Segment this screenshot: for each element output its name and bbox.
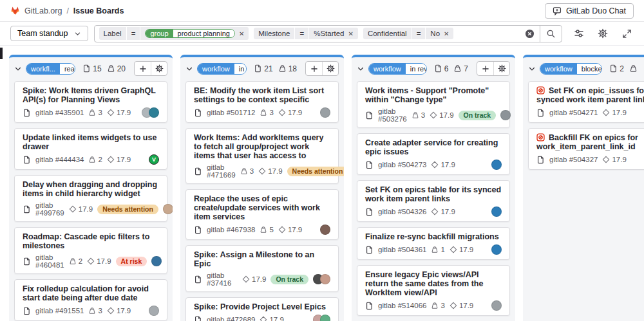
- board-config-sliders-icon[interactable]: [572, 26, 586, 41]
- card-weight: 3: [88, 109, 102, 116]
- search-button[interactable]: [540, 26, 562, 42]
- card-milestone: 17.9: [242, 275, 266, 283]
- assignee-avatar: [151, 256, 162, 266]
- collapse-column-chevron-icon[interactable]: [14, 65, 22, 73]
- board-column: workflow blocked 2: [523, 55, 644, 321]
- health-status-badge: On track: [459, 111, 497, 120]
- card-reference: gitlab #491551: [35, 307, 84, 315]
- assignee-avatars: [149, 306, 159, 316]
- assignee-avatar: [149, 306, 159, 316]
- board-selector-label: Team standup: [17, 29, 68, 38]
- duo-chat-label: GitLab Duo Chat: [566, 6, 626, 15]
- assignee-avatar: [320, 225, 330, 235]
- duo-chat-button[interactable]: GitLab Duo Chat: [545, 3, 634, 19]
- board-card[interactable]: Roadmap: Cascade epic filters to milesto…: [14, 227, 167, 274]
- fullscreen-expand-icon[interactable]: [620, 26, 634, 41]
- health-status-badge: At risk: [116, 257, 147, 266]
- column-counts: 15 20: [79, 64, 126, 73]
- card-meta: gitlab #499769 17.9 Needs attention: [23, 201, 159, 217]
- filter-token[interactable]: Confidential = No ✕: [363, 28, 454, 39]
- column-label[interactable]: workflow blocked: [540, 63, 602, 75]
- vertical-scrollbar-fragment[interactable]: [0, 48, 3, 59]
- weight-icon: [431, 246, 439, 253]
- board-card[interactable]: Work items - Support "Promote" within "C…: [357, 81, 510, 128]
- issue-type-icon: [194, 275, 202, 284]
- weight-count-icon: [107, 64, 115, 73]
- card-title: Work items - Support "Promote" within "C…: [365, 86, 502, 104]
- add-issue-button[interactable]: [135, 62, 151, 75]
- column-actions: [477, 61, 510, 76]
- settings-gear-icon[interactable]: [596, 26, 610, 41]
- card-title: Set FK on epics table for its synced wor…: [365, 185, 502, 203]
- card-weight: 2: [88, 156, 102, 163]
- issue-count-icon: [82, 64, 91, 73]
- board-card[interactable]: Update linked items widgets to use drawe…: [14, 128, 167, 170]
- board-card[interactable]: Create adapter service for creating epic…: [357, 133, 510, 175]
- search-icon: [546, 29, 556, 39]
- board-card[interactable]: Set FK on epic_issues for its synced wor…: [528, 81, 644, 123]
- filter-token[interactable]: Milestone = %Started ✕: [254, 28, 358, 39]
- card-meta: gitlab #491551 3 17.9: [23, 306, 159, 316]
- board-card[interactable]: Spike: Work Items driven GraphQL API(s) …: [14, 81, 167, 123]
- weight-icon: [88, 307, 96, 315]
- milestone-icon: [107, 156, 115, 163]
- token-remove-icon[interactable]: ✕: [348, 30, 354, 37]
- weight-icon: [69, 257, 77, 265]
- clear-search-icon[interactable]: [520, 29, 540, 39]
- board-card[interactable]: BE: Modify the work item List sort setti…: [185, 81, 339, 123]
- token-remove-icon[interactable]: ✕: [444, 30, 449, 37]
- board-card[interactable]: Fix rolledup calculation for avoid start…: [14, 279, 167, 321]
- board-card[interactable]: Set FK on epics table for its synced wor…: [357, 180, 510, 222]
- board-selector-dropdown[interactable]: Team standup: [10, 26, 88, 41]
- token-remove-icon[interactable]: ✕: [239, 30, 244, 37]
- card-list: Spike: Work Items driven GraphQL API(s) …: [9, 80, 173, 321]
- collapse-column-chevron-icon[interactable]: [185, 65, 193, 73]
- board-card[interactable]: Spike: Provide Project Level Epics gitla…: [185, 297, 339, 321]
- column-label[interactable]: workflow in review: [368, 63, 427, 75]
- column-label[interactable]: workflow in dev: [197, 63, 247, 75]
- add-issue-button[interactable]: [477, 62, 493, 75]
- add-issue-button[interactable]: [306, 62, 322, 75]
- card-title: Work Items: Add workItems query to fetch…: [194, 133, 330, 160]
- weight-icon: [260, 109, 267, 116]
- board-card[interactable]: Replace the uses of epic create/update s…: [185, 189, 339, 240]
- collapse-column-chevron-icon[interactable]: [357, 65, 365, 73]
- filter-token[interactable]: Label = groupproduct planning ✕: [99, 27, 249, 40]
- list-settings-gear-icon[interactable]: [322, 62, 338, 75]
- card-reference: gitlab #37416: [207, 271, 238, 287]
- assignee-avatar: [491, 244, 502, 255]
- filtered-search-input[interactable]: Label = groupproduct planning ✕ Mileston…: [94, 25, 562, 42]
- milestone-icon: [278, 226, 286, 234]
- board-card[interactable]: Finalize re-sync backfill migrations git…: [357, 227, 510, 260]
- card-meta: gitlab #504271 17.9: [536, 107, 644, 118]
- card-milestone: 17.9: [450, 246, 473, 253]
- card-meta: gitlab #435901 3 17.9: [23, 107, 159, 118]
- token-value-text: No: [430, 30, 440, 37]
- list-settings-gear-icon[interactable]: [493, 62, 509, 75]
- board-column: workflow in review 6 7: [352, 55, 515, 321]
- card-title: Roadmap: Cascade epic filters to milesto…: [23, 232, 159, 250]
- card-title: Update linked items widgets to use drawe…: [23, 133, 159, 151]
- list-settings-gear-icon[interactable]: [151, 62, 167, 75]
- card-milestone: 17.9: [431, 208, 455, 216]
- board-card[interactable]: Backfill FK on epics for work_item_paren…: [528, 128, 644, 170]
- collapse-column-chevron-icon[interactable]: [528, 65, 536, 73]
- issue-count: 15: [93, 64, 101, 73]
- card-reference: gitlab #504361: [378, 246, 426, 253]
- card-reference: gitlab #499769: [35, 201, 64, 217]
- board-card[interactable]: Delay when dragging and dropping items i…: [14, 175, 167, 222]
- health-status-badge: Needs attention: [287, 167, 344, 176]
- assignee-avatar: [163, 204, 173, 214]
- column-label[interactable]: workfl... ready for developme...: [26, 63, 75, 75]
- health-status-badge: On track: [270, 275, 308, 284]
- board-card[interactable]: Work Items: Add workItems query to fetch…: [185, 128, 339, 184]
- column-counts: 2: [606, 64, 639, 73]
- assignee-avatars: [320, 225, 330, 235]
- issue-type-icon: [365, 302, 374, 310]
- milestone-icon: [450, 246, 457, 253]
- assignee-avatar: [149, 107, 159, 118]
- breadcrumb-group[interactable]: GitLab.org: [24, 6, 62, 15]
- breadcrumb-page[interactable]: Issue Boards: [73, 6, 124, 15]
- board-card[interactable]: Ensure legacy Epic views/API return the …: [357, 265, 510, 316]
- board-card[interactable]: Spike: Assign a Milestone to an Epic git…: [185, 245, 339, 292]
